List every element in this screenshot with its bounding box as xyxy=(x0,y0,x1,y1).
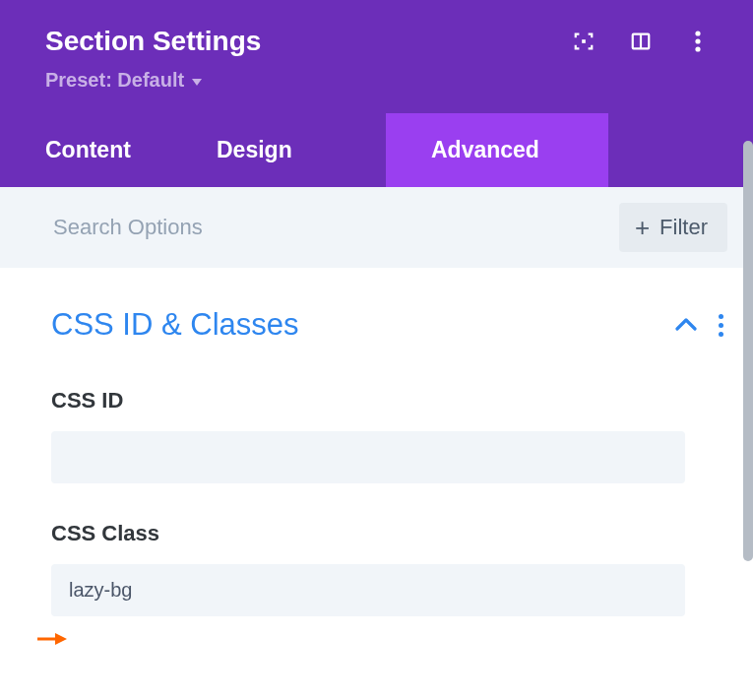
svg-marker-7 xyxy=(55,633,67,645)
options-search-bar: + Filter xyxy=(0,187,753,268)
search-options-input[interactable] xyxy=(53,215,458,240)
modal-header: Section Settings xyxy=(0,0,753,113)
svg-point-3 xyxy=(695,31,700,35)
filter-button[interactable]: + Filter xyxy=(619,203,727,252)
annotation-arrow-icon xyxy=(37,631,67,647)
plus-icon: + xyxy=(635,215,650,240)
svg-rect-0 xyxy=(582,39,586,43)
modal-title: Section Settings xyxy=(45,26,261,57)
tab-design[interactable]: Design xyxy=(217,113,386,187)
tab-advanced[interactable]: Advanced xyxy=(386,113,608,187)
css-id-label: CSS ID xyxy=(51,388,723,414)
css-class-label: CSS Class xyxy=(51,521,723,546)
caret-down-icon xyxy=(192,79,202,86)
css-class-input[interactable] xyxy=(51,564,685,616)
svg-point-5 xyxy=(695,46,700,51)
collapse-group-icon[interactable] xyxy=(675,318,697,332)
tab-content[interactable]: Content xyxy=(0,113,217,187)
preset-dropdown[interactable]: Preset: Default xyxy=(45,69,202,92)
scrollbar-thumb[interactable] xyxy=(743,141,753,561)
svg-point-4 xyxy=(695,38,700,43)
preset-label: Preset: Default xyxy=(45,69,184,92)
settings-content: CSS ID & Classes CSS ID CSS Class xyxy=(0,268,753,616)
layout-columns-icon[interactable] xyxy=(629,30,653,53)
css-id-input[interactable] xyxy=(51,431,685,483)
filter-label: Filter xyxy=(659,215,708,240)
scan-icon[interactable] xyxy=(572,30,596,53)
header-actions xyxy=(572,30,710,53)
group-header-actions xyxy=(675,314,723,337)
group-more-vertical-icon[interactable] xyxy=(719,314,723,337)
field-css-id: CSS ID xyxy=(51,388,723,483)
group-header-css-id-classes: CSS ID & Classes xyxy=(51,307,723,343)
group-title[interactable]: CSS ID & Classes xyxy=(51,307,299,343)
header-top-row: Section Settings xyxy=(45,26,714,57)
tab-bar: Content Design Advanced xyxy=(0,113,753,187)
field-css-class: CSS Class xyxy=(51,521,723,616)
more-vertical-icon[interactable] xyxy=(686,30,710,53)
